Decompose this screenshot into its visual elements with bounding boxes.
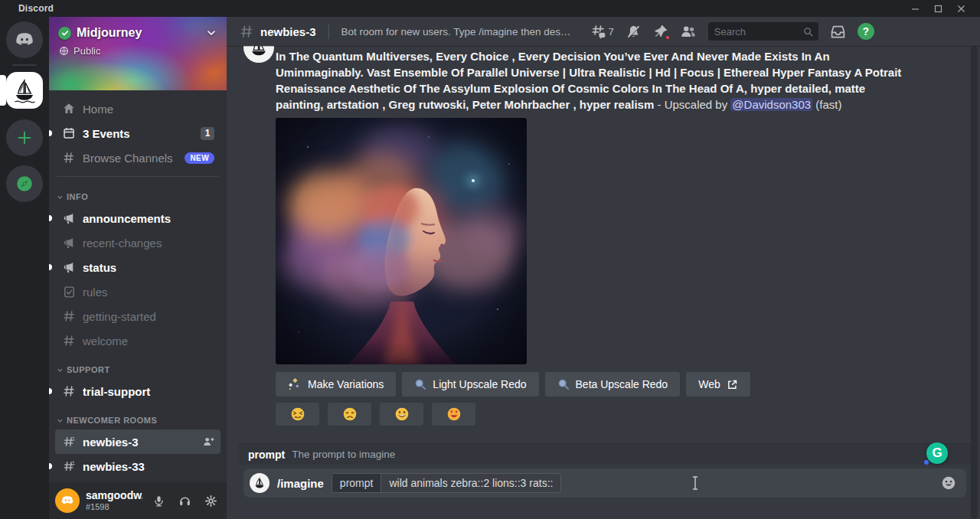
channel-name: rules [83, 286, 214, 299]
light-upscale-redo-button[interactable]: Light Upscale Redo [402, 372, 538, 397]
channel-name: newbies-3 [83, 436, 196, 449]
pin-alert-badge [665, 34, 671, 41]
main-panel: newbies-3 Bot room for new users. Type /… [227, 17, 980, 519]
rail-divider [12, 64, 37, 66]
user-avatar[interactable] [55, 488, 80, 513]
minimize-button[interactable] [903, 1, 926, 16]
channel-newbies-33[interactable]: newbies-33 [55, 454, 220, 478]
category-newcomer-rooms[interactable]: NEWCOMER ROOMS [55, 403, 220, 429]
gear-icon [204, 495, 217, 508]
notifications-off-icon [626, 24, 642, 40]
hash-icon [61, 308, 77, 324]
chevron-down-icon [57, 367, 64, 374]
add-server-button[interactable] [6, 119, 43, 156]
pinned-messages-button[interactable] [653, 24, 668, 39]
option-value[interactable]: wild animals zebra::2 lions::3 rats:: [381, 477, 560, 489]
compass-icon [15, 174, 34, 194]
user-panel: samgoodw... #1598 [49, 482, 227, 519]
threads-button[interactable]: 7 [590, 24, 614, 40]
reaction-grinning-face[interactable] [380, 403, 423, 426]
hash-icon [61, 333, 77, 348]
server-icon-midjourney[interactable] [6, 72, 43, 109]
deafen-button[interactable] [175, 491, 194, 511]
hash-icon [61, 384, 77, 399]
chevron-down-icon[interactable] [205, 27, 217, 39]
channel-welcome[interactable]: welcome [55, 328, 220, 353]
channel-status[interactable]: status [55, 255, 220, 279]
autocomplete-option-description: The prompt to imagine [292, 449, 395, 460]
midjourney-boat-icon [247, 46, 271, 60]
user-discriminator: #1598 [86, 502, 142, 511]
channel-trial-support[interactable]: trial-support [55, 379, 220, 403]
reaction-expressionless-face[interactable] [328, 403, 371, 426]
channel-name: status [83, 261, 214, 274]
megaphone-icon [61, 235, 77, 250]
reaction-confounded-face[interactable] [276, 403, 319, 426]
button-label: Web [698, 378, 720, 390]
slash-command-autocomplete[interactable]: prompt The prompt to imagine [239, 444, 971, 465]
beta-upscale-redo-button[interactable]: Beta Upscale Redo [545, 372, 681, 397]
category-support[interactable]: SUPPORT [55, 353, 220, 379]
sidebar-item-home[interactable]: Home [55, 96, 220, 121]
search-input[interactable] [714, 26, 799, 38]
create-invite-icon[interactable] [202, 436, 214, 448]
emoji-picker-button[interactable] [940, 475, 957, 491]
mute-button[interactable] [149, 491, 168, 511]
message-actions: Make Variations Light Upscale Redo Beta … [276, 372, 903, 397]
message: In The Quantum Multiverses, Every Choice… [276, 48, 903, 426]
hash-dots-icon [61, 459, 77, 474]
unread-pill [49, 388, 52, 394]
sidebar-item-events[interactable]: 3 Events 1 [55, 121, 220, 145]
web-button[interactable]: Web [686, 372, 750, 397]
user-mention[interactable]: @Davidson303 [730, 98, 812, 111]
message-input[interactable]: /imagine prompt wild animals zebra::2 li… [243, 468, 966, 498]
channel-newbies-3[interactable]: newbies-3 [55, 429, 220, 454]
server-banner[interactable]: Midjourney Public [49, 17, 227, 90]
make-variations-button[interactable]: Make Variations [276, 372, 396, 397]
button-label: Beta Upscale Redo [576, 378, 668, 390]
channel-name: trial-support [83, 385, 214, 398]
help-button[interactable]: ? [858, 23, 874, 40]
threads-icon [590, 24, 606, 40]
member-list-button[interactable] [680, 23, 697, 40]
category-info[interactable]: INFO [55, 183, 220, 206]
nav-label: 3 Events [83, 127, 194, 140]
external-link-icon [727, 379, 738, 390]
maximize-button[interactable] [926, 1, 949, 16]
nav-label: Home [83, 103, 214, 116]
headphones-icon [178, 495, 191, 508]
sidebar-item-browse-channels[interactable]: Browse Channels NEW [55, 145, 220, 170]
command-option[interactable]: prompt wild animals zebra::2 lions::3 ra… [332, 473, 562, 493]
channel-name: getting-started [83, 310, 214, 323]
user-info[interactable]: samgoodw... #1598 [86, 490, 142, 511]
grammarly-widget[interactable]: G [926, 442, 948, 464]
channel-rules[interactable]: rules [55, 279, 220, 304]
bot-avatar[interactable] [243, 46, 274, 63]
chevron-down-icon [57, 194, 64, 201]
settings-button[interactable] [201, 491, 220, 511]
channel-getting-started[interactable]: getting-started [55, 304, 220, 328]
channel-topic[interactable]: Bot room for new users. Type /imagine th… [341, 26, 575, 38]
generated-image[interactable] [276, 118, 527, 364]
channel-announcements[interactable]: announcements [55, 206, 220, 230]
channel-recent-changes[interactable]: recent-changes [55, 230, 220, 255]
heart-eyes-face-icon [446, 406, 462, 422]
hash-browse-icon [61, 150, 77, 165]
composer: prompt The prompt to imagine /imagine [227, 444, 980, 519]
reaction-heart-eyes-face[interactable] [432, 403, 475, 426]
command-bot-avatar [250, 473, 270, 493]
search-box[interactable] [708, 22, 818, 41]
inbox-button[interactable] [830, 24, 846, 40]
category-label: NEWCOMER ROOMS [67, 416, 157, 425]
autocomplete-option-name: prompt [248, 449, 285, 461]
globe-icon [59, 46, 69, 56]
notifications-off-button[interactable] [626, 24, 642, 40]
magnifier-icon [557, 378, 570, 390]
explore-servers-button[interactable] [6, 165, 43, 202]
selected-server-pill [0, 75, 6, 106]
category-label: SUPPORT [67, 365, 110, 374]
emoji-smile-icon [940, 475, 957, 491]
home-button[interactable] [6, 21, 43, 58]
hash-icon [239, 24, 254, 39]
close-button[interactable] [949, 1, 972, 16]
